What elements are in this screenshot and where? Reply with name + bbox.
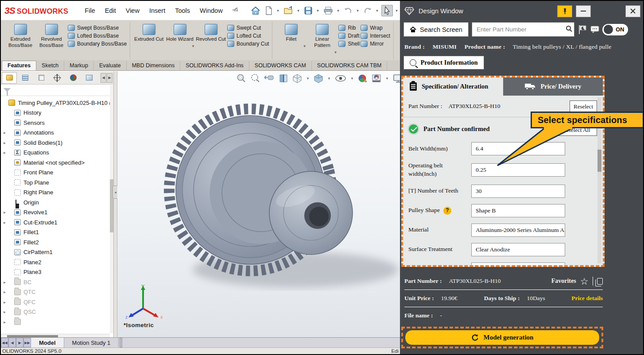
tab-cam-feature-tree[interactable] [81,72,97,84]
tab-evaluate[interactable]: Evaluate [94,61,127,70]
tab-bar-splitter[interactable] [120,338,122,347]
ribbon-item-extruded-cut[interactable]: Extruded Cut [133,23,164,42]
ribbon-item-boundary-boss-base[interactable]: Boundary Boss/Base [68,41,127,47]
ribbon-item-lofted-boss-base[interactable]: Lofted Boss/Base [68,33,127,39]
dropdown-caret-icon[interactable] [316,8,320,13]
tree-item-fillet1[interactable]: Fillet1 [1,228,113,238]
tab-mbd-dimensions[interactable]: MBD Dimensions [127,61,181,70]
tree-item-bc-folder[interactable]: BC [1,277,113,287]
ribbon-item-reference-geometry[interactable]: Reference Geometry [397,23,400,55]
open-icon[interactable] [282,5,295,16]
menu-insert[interactable]: Insert [144,7,170,14]
ribbon-item-rib[interactable]: Rib [338,25,360,31]
comment-bubble-icon[interactable] [590,26,599,34]
pin-button[interactable] [557,5,572,17]
tab-property-manager[interactable] [18,72,33,84]
print-icon[interactable] [322,5,334,16]
ribbon-item-extruded-boss-base[interactable]: Extruded Boss/Base [5,23,36,48]
tree-item-plane2[interactable]: Plane2 [1,257,113,267]
menu-pin-icon[interactable] [230,5,241,15]
search-screen-button[interactable]: Search Screen [403,22,469,37]
part-number-input[interactable] [472,22,574,37]
menu-window[interactable]: Window [195,7,228,14]
tree-item-origin[interactable]: Origin [1,197,113,208]
panel-splitter[interactable]: ◂ [114,71,117,339]
product-information-button[interactable]: Product Information [403,56,484,69]
model-generation-button[interactable]: Model generation [405,330,600,345]
tab-model[interactable]: Model [31,338,64,347]
price-details-link[interactable]: Price details [571,295,603,302]
expand-arrow-icon[interactable] [4,320,9,324]
ribbon-item-linear-pattern[interactable]: Linear Pattern [306,23,338,55]
tree-item-history[interactable]: History [1,108,113,118]
expand-arrow-icon[interactable] [4,130,9,135]
menu-file[interactable]: File [80,7,100,14]
ribbon-item-swept-cut[interactable]: Swept Cut [227,25,269,31]
tab-nav-last-icon[interactable]: ▶▶ [23,338,31,347]
tab-scroll-right-icon[interactable]: ▶ [107,73,113,83]
dropdown-caret-icon[interactable] [356,8,360,13]
material-select[interactable]: Aluminum-2000 Series Aluminum All… [471,224,565,237]
flag-icon[interactable] [578,24,587,35]
select-cursor-icon[interactable] [381,5,393,16]
tab-motion-study-1[interactable]: Motion Study 1 [64,338,119,347]
search-icon[interactable] [566,26,571,31]
tree-item-fillet2[interactable]: Fillet2 [1,237,113,247]
home-icon[interactable] [249,5,262,16]
tree-item-qsc-folder[interactable]: QSC [1,307,113,317]
tree-item-revolve1[interactable]: Revolve1 [1,208,113,218]
tree-item-annotations[interactable]: Annotations [1,128,113,138]
partial-select[interactable] [471,262,565,267]
expand-arrow-icon[interactable] [4,280,9,285]
dropdown-caret-icon[interactable] [375,8,380,13]
dropdown-caret-icon[interactable] [395,8,399,13]
tab-nav-first-icon[interactable]: ◀◀ [1,338,8,347]
expand-arrow-icon[interactable] [4,150,9,155]
tab-display-manager[interactable] [66,72,81,84]
save-icon[interactable] [303,5,314,16]
tab-scroll-left-icon[interactable]: ◀ [101,73,106,83]
ribbon-item-wrap[interactable]: Wrap [361,25,390,31]
ribbon-item-fillet[interactable]: Fillet [275,23,306,49]
filter-funnel-icon[interactable] [4,88,11,92]
on-off-toggle[interactable]: ON [602,24,628,35]
tree-root[interactable]: Timing Pulley_ATP30XL025-B-H10 (De [1,98,113,108]
ribbon-item-mirror[interactable]: Mirror [361,41,390,47]
tree-vertical-scrollbar[interactable] [110,85,113,333]
tab-markup[interactable]: Markup [64,61,94,70]
tab-nav-prev-icon[interactable]: ◀ [8,338,16,347]
tree-item-partial-folder[interactable] [1,317,113,327]
tab-solidworks-cam[interactable]: SOLIDWORKS CAM [249,61,312,70]
dropdown-caret-icon[interactable] [296,8,301,13]
dropdown-caret-icon[interactable] [191,44,195,49]
pulley-shape-select[interactable]: Shape B [471,204,565,217]
ribbon-item-intersect[interactable]: Intersect [361,33,390,39]
dropdown-caret-icon[interactable] [336,8,341,13]
number-of-teeth-select[interactable]: 30 [471,185,565,198]
tab-featuremanager-design-tree[interactable] [2,72,17,84]
ribbon-item-shell[interactable]: Shell [338,41,360,47]
tab-dimxpert-manager[interactable] [50,72,65,84]
ribbon-item-swept-boss-base[interactable]: Swept Boss/Base [68,25,127,31]
dropdown-caret-icon[interactable] [333,50,338,55]
menu-tools[interactable]: Tools [170,7,195,14]
redo-icon[interactable] [362,6,373,15]
design-window-titlebar[interactable]: Design Window [400,1,644,19]
tab-solidworks-add-ins[interactable]: SOLIDWORKS Add-Ins [180,61,249,70]
expand-arrow-icon[interactable] [4,309,9,314]
new-document-icon[interactable] [264,5,274,16]
ribbon-item-boundary-cut[interactable]: Boundary Cut [227,41,269,47]
tree-item-top-plane[interactable]: Top Plane [1,178,113,188]
reselect-button[interactable]: Reselect [570,100,597,112]
tree-item-sensors[interactable]: Sensors [1,118,113,128]
ribbon-item-draft[interactable]: Draft [338,33,360,39]
tree-item-solid-bodies[interactable]: Solid Bodies(1) [1,138,113,148]
ribbon-item-lofted-cut[interactable]: Lofted Cut [227,33,269,39]
undo-icon[interactable] [342,6,354,15]
ribbon-item-hole-wizard[interactable]: Hole Wizard [164,23,195,49]
close-button[interactable] [625,5,640,17]
copy-icon[interactable] [597,278,603,285]
minimize-button[interactable] [576,5,591,17]
tab-solidworks-cam-tbm[interactable]: SOLIDWORKS CAM TBM [312,61,388,70]
expand-arrow-icon[interactable] [4,210,9,215]
